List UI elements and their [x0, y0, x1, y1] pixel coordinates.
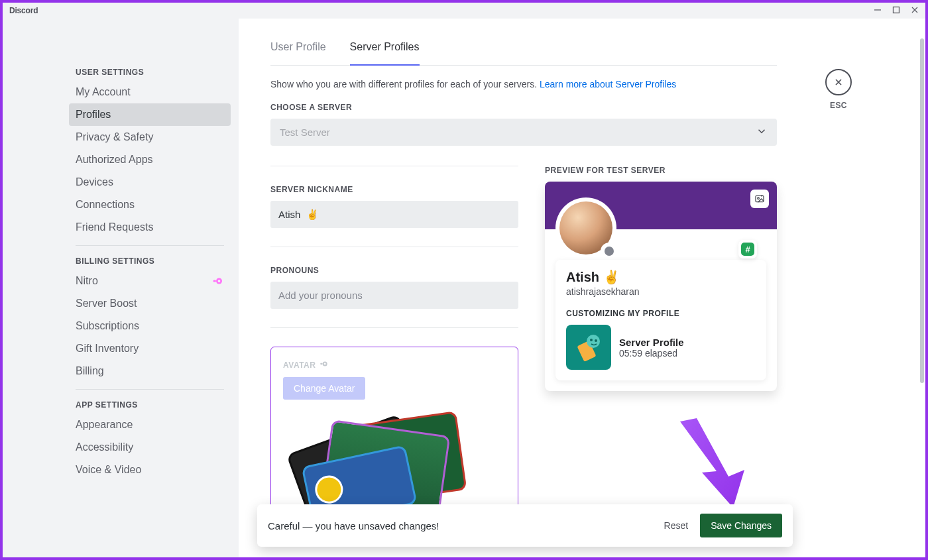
sidebar-item-label: My Account: [76, 86, 131, 98]
sidebar-item-label: Subscriptions: [76, 320, 139, 332]
sidebar-item-label: Privacy & Safety: [76, 131, 153, 143]
sidebar-item-label: Connections: [76, 199, 135, 211]
sidebar-item-billing[interactable]: Billing: [69, 360, 231, 382]
sidebar-item-voice-video[interactable]: Voice & Video: [69, 459, 231, 481]
unsaved-changes-bar: Careful — you have unsaved changes! Rese…: [257, 504, 793, 547]
sidebar-item-privacy[interactable]: Privacy & Safety: [69, 126, 231, 148]
unsaved-text: Careful — you have unsaved changes!: [268, 520, 439, 532]
tab-user-profile[interactable]: User Profile: [270, 34, 326, 65]
sidebar-header-billing: BILLING SETTINGS: [69, 252, 231, 270]
pronouns-input[interactable]: [270, 282, 518, 309]
minimize-icon[interactable]: [874, 5, 882, 17]
preview-section-label: CUSTOMIZING MY PROFILE: [566, 309, 756, 318]
svg-rect-3: [213, 280, 217, 282]
svg-point-11: [590, 339, 593, 341]
sidebar-item-profiles[interactable]: Profiles: [69, 103, 231, 126]
sidebar-item-server-boost[interactable]: Server Boost: [69, 292, 231, 315]
description-text: Show who you are with different profiles…: [270, 79, 540, 89]
image-edit-icon: [754, 194, 765, 204]
sidebar-item-nitro[interactable]: Nitro: [69, 270, 231, 292]
sidebar-item-label: Gift Inventory: [76, 343, 139, 355]
svg-point-8: [758, 197, 760, 199]
tab-server-profiles[interactable]: Server Profiles: [350, 34, 420, 65]
svg-rect-0: [894, 7, 899, 13]
server-badge: #: [738, 240, 757, 258]
window-title: Discord: [9, 6, 38, 15]
sidebar-item-label: Nitro: [76, 275, 98, 287]
sidebar-item-subscriptions[interactable]: Subscriptions: [69, 315, 231, 337]
svg-rect-6: [321, 363, 323, 364]
reset-button[interactable]: Reset: [664, 520, 689, 531]
preview-avatar: [555, 197, 616, 258]
close-settings-button[interactable]: [825, 69, 852, 95]
avatar-label: AVATAR: [283, 359, 506, 370]
profile-preview-card: # Atish ✌️ atishrajasekharan CUSTOMIZING…: [545, 182, 777, 391]
scrollbar[interactable]: [920, 38, 924, 383]
svg-point-5: [324, 363, 326, 365]
maximize-icon[interactable]: [892, 5, 900, 17]
preview-banner: [545, 182, 777, 229]
esc-label: ESC: [830, 101, 847, 110]
activity-icon: [566, 325, 611, 370]
sidebar-item-label: Voice & Video: [76, 464, 141, 476]
sidebar-item-label: Friend Requests: [76, 221, 153, 233]
activity-elapsed: 05:59 elapsed: [619, 348, 684, 359]
pronouns-label: PRONOUNS: [270, 266, 518, 275]
preview-header: PREVIEW FOR TEST SERVER: [545, 166, 777, 175]
sidebar-item-label: Authorized Apps: [76, 154, 153, 166]
svg-point-2: [218, 280, 221, 282]
sidebar-item-friend-requests[interactable]: Friend Requests: [69, 216, 231, 239]
save-changes-button[interactable]: Save Changes: [700, 514, 782, 537]
sidebar-item-accessibility[interactable]: Accessibility: [69, 436, 231, 459]
sidebar-item-label: Devices: [76, 176, 113, 188]
settings-sidebar: USER SETTINGS My Account Profiles Privac…: [3, 19, 239, 557]
sidebar-item-connections[interactable]: Connections: [69, 194, 231, 216]
preview-display-name: Atish ✌️: [566, 269, 756, 285]
sidebar-header-user: USER SETTINGS: [69, 64, 231, 81]
sidebar-item-label: Billing: [76, 365, 104, 377]
sidebar-item-label: Profiles: [76, 109, 111, 121]
avatar-label-text: AVATAR: [283, 361, 316, 370]
sidebar-header-app: APP SETTINGS: [69, 396, 231, 414]
svg-point-10: [587, 335, 600, 348]
nitro-icon: [212, 275, 224, 287]
sidebar-item-appearance[interactable]: Appearance: [69, 414, 231, 436]
choose-server-label: CHOOSE A SERVER: [270, 103, 777, 112]
window-controls: [874, 5, 919, 17]
hash-icon: #: [741, 243, 754, 256]
close-window-icon[interactable]: [911, 5, 919, 17]
sidebar-divider: [76, 389, 224, 390]
nickname-label: SERVER NICKNAME: [270, 185, 518, 194]
change-avatar-button[interactable]: Change Avatar: [283, 377, 365, 400]
svg-point-12: [595, 339, 597, 342]
sidebar-item-label: Appearance: [76, 419, 133, 431]
main-content: User Profile Server Profiles Show who yo…: [239, 19, 925, 557]
activity-title: Server Profile: [619, 337, 684, 348]
profile-card-stack: [283, 416, 506, 508]
sidebar-divider: [76, 245, 224, 246]
activity-row: Server Profile 05:59 elapsed: [566, 325, 756, 370]
sidebar-item-gift-inventory[interactable]: Gift Inventory: [69, 337, 231, 360]
sidebar-item-my-account[interactable]: My Account: [69, 81, 231, 103]
preview-username: atishrajasekharan: [566, 286, 756, 297]
edit-banner-button[interactable]: [750, 190, 769, 208]
profile-tabs: User Profile Server Profiles: [270, 34, 777, 66]
nickname-input[interactable]: [270, 201, 518, 228]
server-select-value: Test Server: [280, 127, 330, 138]
server-profiles-description: Show who you are with different profiles…: [270, 79, 777, 89]
sidebar-item-devices[interactable]: Devices: [69, 171, 231, 194]
sidebar-item-authorized-apps[interactable]: Authorized Apps: [69, 148, 231, 171]
nitro-icon: [319, 359, 329, 370]
learn-more-link[interactable]: Learn more about Server Profiles: [540, 79, 676, 89]
sidebar-item-label: Accessibility: [76, 441, 133, 453]
close-icon: [833, 77, 844, 87]
status-indicator-icon: [601, 243, 618, 260]
server-select[interactable]: Test Server: [270, 119, 777, 146]
sidebar-item-label: Server Boost: [76, 298, 137, 309]
chevron-down-icon: [756, 125, 768, 139]
